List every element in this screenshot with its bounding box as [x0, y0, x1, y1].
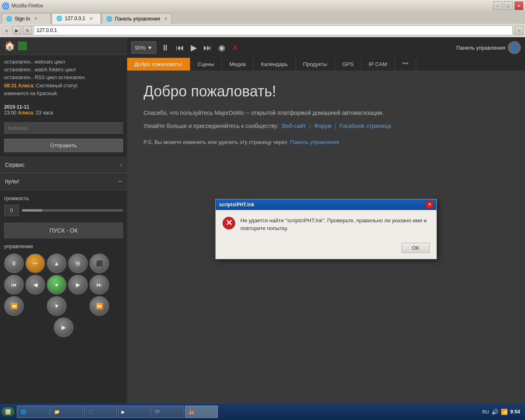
tray-icon-2: 📶 — [501, 409, 508, 415]
browser-icon: 🌀 — [2, 2, 10, 10]
error-dialog: scripts\PHT.lnk ✕ ✕ Не удается найти "sc… — [215, 199, 437, 259]
dialog-footer: OK — [216, 240, 436, 259]
minimize-button[interactable]: ─ — [493, 1, 502, 10]
right-button[interactable]: ▶ — [68, 275, 88, 294]
browser-titlebar: 🌀 Mozilla Firefox ─ □ ✕ — [0, 0, 525, 11]
taskbar-items: 🌐 📁 🎵 ▶ 🛡 🦊 — [15, 406, 478, 418]
player-icon: ▶ — [121, 409, 125, 415]
address-input[interactable] — [34, 25, 513, 35]
main-content: 90% ▼ ⏸ ⏮ ▶ ⏭ ◉ ✕ Панель управления 👤 До… — [127, 37, 525, 420]
control-label: управление — [4, 243, 123, 249]
play-button[interactable]: ▶ — [54, 317, 73, 337]
log-line: остановлен.. watch folders цикл — [4, 66, 123, 74]
send-button[interactable]: Отправить — [4, 139, 123, 152]
servis-label: Сервис — [5, 162, 25, 168]
dialog-titlebar: scripts\PHT.lnk ✕ — [216, 199, 436, 210]
control-row-2: ⏮ ◀ ● ▶ ⏭ — [4, 275, 123, 294]
dialog-overlay: scripts\PHT.lnk ✕ ✕ Не удается найти "sc… — [127, 37, 525, 420]
up-button[interactable]: ▲ — [47, 253, 66, 273]
tab-panel[interactable]: 🌐 Панель управления ✕ — [102, 13, 172, 24]
window-controls[interactable]: ─ □ ✕ — [493, 1, 523, 10]
windows-icon: 🪟 — [5, 409, 11, 415]
tab-sign-in[interactable]: 🌐 Sign In ✕ — [2, 13, 51, 24]
main-layout: 🏠 остановлен.. webvars цикл остановлен..… — [0, 37, 525, 420]
back-button[interactable]: ◀ — [2, 26, 11, 35]
servis-arrow-icon: › — [120, 162, 122, 168]
browser-title: Mozilla Firefox — [11, 3, 491, 9]
antivirus-icon: 🛡 — [155, 409, 160, 414]
command-input[interactable] — [4, 122, 123, 134]
firefox-icon: 🦊 — [189, 409, 194, 415]
sidebar-log: остановлен.. webvars цикл остановлен.. w… — [0, 55, 127, 101]
tab-close-icon[interactable]: ✕ — [34, 16, 37, 21]
status-indicator — [18, 42, 27, 50]
forward-button[interactable]: ▶ — [12, 26, 21, 35]
maximize-button[interactable]: □ — [504, 1, 513, 10]
control-row-3: ⏪ ▼ ⏩ — [4, 296, 123, 316]
taskbar-ie[interactable]: 🌐 — [17, 406, 50, 418]
taskbar: 🪟 🌐 📁 🎵 ▶ 🛡 🦊 RU 🔊 📶 9:54 — [0, 404, 525, 420]
taskbar-media[interactable]: 🎵 — [84, 406, 117, 418]
log-line: изменился на Красный. — [4, 90, 123, 98]
tab-favicon: 🌐 — [106, 16, 112, 22]
ok-button[interactable]: OK — [402, 243, 430, 253]
sidebar: 🏠 остановлен.. webvars цикл остановлен..… — [0, 37, 127, 420]
tab-close-icon[interactable]: ✕ — [89, 16, 93, 21]
stop-button[interactable]: ⬛ — [89, 253, 109, 273]
volume-slider[interactable] — [22, 209, 123, 212]
prev-button[interactable]: ⏮ — [4, 275, 24, 294]
taskbar-tray: RU 🔊 📶 9:54 — [479, 409, 523, 415]
pult-content: громкость 0 ПУСК - ОК управление ⏸ ↩ ▲ ⊞… — [0, 190, 127, 342]
fast-forward-button[interactable]: ⏩ — [89, 296, 109, 316]
pult-collapse-icon: − — [118, 177, 122, 186]
undo-button[interactable]: ↩ — [25, 253, 45, 273]
home-icon: 🏠 — [4, 41, 15, 51]
taskbar-explorer[interactable]: 📁 — [50, 406, 83, 418]
dialog-body: ✕ Не удается найти "scripts\PHT.lnk". Пр… — [216, 210, 436, 240]
home-button[interactable]: ⊞ — [68, 253, 88, 273]
left-button[interactable]: ◀ — [25, 275, 45, 294]
pause-button[interactable]: ⏸ — [4, 253, 24, 273]
tray-icon-1: 🔊 — [491, 409, 498, 415]
tab-favicon: 🌐 — [56, 16, 62, 21]
taskbar-player[interactable]: ▶ — [118, 406, 151, 418]
browser-chrome: 🌀 Mozilla Firefox ─ □ ✕ 🌐 Sign In ✕ 🌐 12… — [0, 0, 525, 37]
tab-label: Sign In — [15, 16, 30, 22]
log-line: остановлен.. webvars цикл — [4, 58, 123, 66]
tab-bar: 🌐 Sign In ✕ 🌐 127.0.0.1 ✕ 🌐 Панель управ… — [0, 11, 525, 24]
pult-section[interactable]: пульт − — [0, 173, 127, 190]
bookmark-button[interactable]: ☆ — [514, 26, 523, 35]
down-button[interactable]: ▼ — [47, 296, 66, 316]
log-line: 08:31 Алиса: Системный статус — [4, 82, 123, 90]
pult-label: пульт — [5, 178, 19, 185]
rewind-button[interactable]: ⏪ — [4, 296, 24, 316]
tab-label: Панель управления — [115, 16, 160, 22]
volume-label: громкость — [4, 195, 123, 201]
start-button[interactable]: 🪟 — [2, 407, 14, 416]
error-icon: ✕ — [222, 217, 235, 233]
log-line: остановлен.. RSS цикл остановлен. — [4, 74, 123, 82]
volume-fill — [22, 209, 42, 212]
reload-button[interactable]: ↻ — [23, 26, 32, 35]
sidebar-header: 🏠 — [0, 37, 127, 55]
taskbar-firefox[interactable]: 🦊 — [185, 406, 218, 418]
tab-favicon: 🌐 — [6, 16, 12, 22]
dialog-close-button[interactable]: ✕ — [426, 201, 433, 208]
ok-button[interactable]: ● — [47, 275, 66, 294]
servis-section[interactable]: Сервис › — [0, 157, 127, 173]
next-button[interactable]: ⏭ — [89, 275, 109, 294]
pusk-button[interactable]: ПУСК - ОК — [4, 223, 123, 238]
control-row-4: ▶ — [4, 317, 123, 337]
volume-value: 0 — [4, 205, 19, 216]
dialog-title: scripts\PHT.lnk — [219, 202, 254, 208]
close-button[interactable]: ✕ — [514, 1, 523, 10]
taskbar-antivirus[interactable]: 🛡 — [151, 406, 184, 418]
explorer-icon: 📁 — [54, 409, 60, 415]
tab-127[interactable]: 🌐 127.0.0.1 ✕ — [52, 13, 101, 24]
address-bar: ◀ ▶ ↻ ☆ — [0, 24, 525, 37]
tab-close-icon[interactable]: ✕ — [164, 16, 167, 21]
system-time: 9:54 — [510, 409, 520, 415]
dialog-message: Не удается найти "scripts\PHT.lnk". Пров… — [240, 217, 430, 233]
tab-label: 127.0.0.1 — [65, 16, 85, 21]
volume-row: 0 — [4, 205, 123, 216]
